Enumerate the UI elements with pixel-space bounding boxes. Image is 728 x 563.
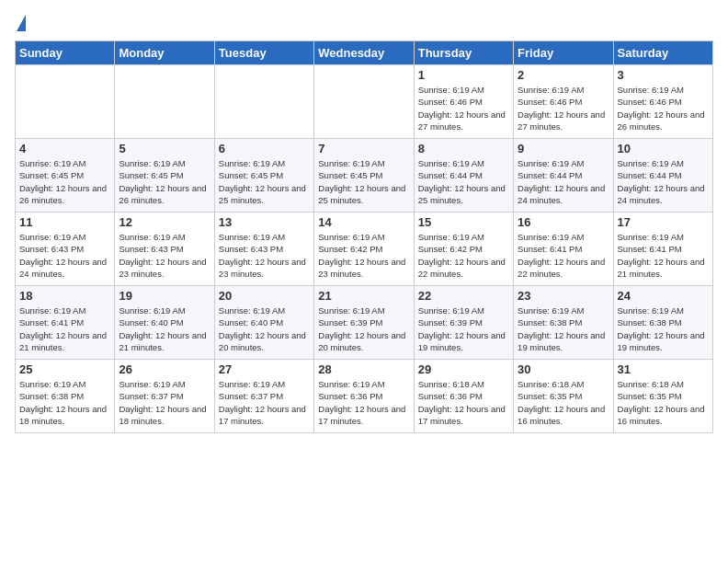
calendar-week-2: 4Sunrise: 6:19 AM Sunset: 6:45 PM Daylig…	[16, 139, 713, 213]
day-info: Sunrise: 6:19 AM Sunset: 6:43 PM Dayligh…	[219, 231, 310, 280]
calendar-day-cell: 3Sunrise: 6:19 AM Sunset: 6:46 PM Daylig…	[613, 65, 712, 139]
day-number: 16	[518, 215, 609, 229]
day-info: Sunrise: 6:19 AM Sunset: 6:40 PM Dayligh…	[219, 304, 310, 353]
calendar-day-cell: 20Sunrise: 6:19 AM Sunset: 6:40 PM Dayli…	[214, 286, 313, 360]
day-info: Sunrise: 6:19 AM Sunset: 6:43 PM Dayligh…	[19, 231, 110, 280]
logo-triangle-icon	[17, 15, 26, 31]
day-number: 3	[618, 68, 709, 82]
day-info: Sunrise: 6:19 AM Sunset: 6:44 PM Dayligh…	[418, 157, 509, 206]
calendar-week-4: 18Sunrise: 6:19 AM Sunset: 6:41 PM Dayli…	[16, 286, 713, 360]
calendar-day-cell: 13Sunrise: 6:19 AM Sunset: 6:43 PM Dayli…	[214, 213, 313, 286]
day-number: 28	[318, 362, 409, 376]
calendar-day-cell	[115, 65, 214, 139]
day-number: 8	[418, 142, 509, 155]
calendar-day-cell: 5Sunrise: 6:19 AM Sunset: 6:45 PM Daylig…	[115, 139, 214, 213]
calendar-day-cell: 1Sunrise: 6:19 AM Sunset: 6:46 PM Daylig…	[414, 65, 513, 139]
day-number: 4	[19, 142, 110, 155]
weekday-header-sunday: Sunday	[16, 41, 115, 65]
day-number: 25	[19, 362, 110, 376]
calendar-week-5: 25Sunrise: 6:19 AM Sunset: 6:38 PM Dayli…	[16, 360, 713, 433]
weekday-header-friday: Friday	[514, 41, 613, 65]
day-info: Sunrise: 6:19 AM Sunset: 6:40 PM Dayligh…	[119, 304, 210, 353]
day-info: Sunrise: 6:19 AM Sunset: 6:45 PM Dayligh…	[318, 157, 409, 206]
day-info: Sunrise: 6:19 AM Sunset: 6:45 PM Dayligh…	[19, 157, 110, 206]
day-number: 19	[119, 289, 210, 303]
day-number: 13	[219, 215, 310, 229]
day-info: Sunrise: 6:19 AM Sunset: 6:44 PM Dayligh…	[618, 157, 709, 206]
calendar-day-cell: 14Sunrise: 6:19 AM Sunset: 6:42 PM Dayli…	[314, 213, 414, 286]
day-number: 20	[219, 289, 310, 303]
calendar-day-cell: 10Sunrise: 6:19 AM Sunset: 6:44 PM Dayli…	[613, 139, 712, 213]
day-info: Sunrise: 6:19 AM Sunset: 6:46 PM Dayligh…	[518, 84, 609, 132]
day-number: 29	[418, 362, 509, 376]
day-info: Sunrise: 6:19 AM Sunset: 6:43 PM Dayligh…	[119, 231, 210, 280]
calendar-day-cell: 24Sunrise: 6:19 AM Sunset: 6:38 PM Dayli…	[613, 286, 712, 360]
day-number: 7	[318, 142, 409, 155]
calendar-day-cell: 11Sunrise: 6:19 AM Sunset: 6:43 PM Dayli…	[16, 213, 115, 286]
calendar-day-cell: 9Sunrise: 6:19 AM Sunset: 6:44 PM Daylig…	[514, 139, 613, 213]
day-info: Sunrise: 6:19 AM Sunset: 6:38 PM Dayligh…	[618, 304, 709, 353]
day-info: Sunrise: 6:19 AM Sunset: 6:37 PM Dayligh…	[219, 378, 310, 427]
calendar-day-cell: 2Sunrise: 6:19 AM Sunset: 6:46 PM Daylig…	[514, 65, 613, 139]
day-info: Sunrise: 6:19 AM Sunset: 6:42 PM Dayligh…	[318, 231, 409, 280]
calendar-day-cell: 29Sunrise: 6:18 AM Sunset: 6:36 PM Dayli…	[414, 360, 513, 433]
day-info: Sunrise: 6:19 AM Sunset: 6:39 PM Dayligh…	[418, 304, 509, 353]
day-number: 1	[418, 68, 509, 82]
calendar-day-cell: 12Sunrise: 6:19 AM Sunset: 6:43 PM Dayli…	[115, 213, 214, 286]
day-number: 23	[518, 289, 609, 303]
day-number: 9	[518, 142, 609, 155]
calendar-day-cell: 8Sunrise: 6:19 AM Sunset: 6:44 PM Daylig…	[414, 139, 513, 213]
day-info: Sunrise: 6:19 AM Sunset: 6:38 PM Dayligh…	[518, 304, 609, 353]
calendar-day-cell	[214, 65, 313, 139]
calendar-day-cell: 25Sunrise: 6:19 AM Sunset: 6:38 PM Dayli…	[16, 360, 115, 433]
calendar-day-cell: 18Sunrise: 6:19 AM Sunset: 6:41 PM Dayli…	[16, 286, 115, 360]
day-info: Sunrise: 6:19 AM Sunset: 6:39 PM Dayligh…	[318, 304, 409, 353]
day-number: 31	[618, 362, 709, 376]
calendar-day-cell: 21Sunrise: 6:19 AM Sunset: 6:39 PM Dayli…	[314, 286, 414, 360]
day-number: 30	[518, 362, 609, 376]
calendar-day-cell: 15Sunrise: 6:19 AM Sunset: 6:42 PM Dayli…	[414, 213, 513, 286]
calendar-day-cell: 30Sunrise: 6:18 AM Sunset: 6:35 PM Dayli…	[514, 360, 613, 433]
calendar-day-cell: 7Sunrise: 6:19 AM Sunset: 6:45 PM Daylig…	[314, 139, 414, 213]
calendar-day-cell: 31Sunrise: 6:18 AM Sunset: 6:35 PM Dayli…	[613, 360, 712, 433]
day-info: Sunrise: 6:19 AM Sunset: 6:37 PM Dayligh…	[119, 378, 210, 427]
day-number: 14	[318, 215, 409, 229]
day-number: 18	[19, 289, 110, 303]
day-info: Sunrise: 6:18 AM Sunset: 6:36 PM Dayligh…	[418, 378, 509, 427]
calendar-day-cell: 22Sunrise: 6:19 AM Sunset: 6:39 PM Dayli…	[414, 286, 513, 360]
calendar-day-cell	[314, 65, 414, 139]
day-info: Sunrise: 6:19 AM Sunset: 6:42 PM Dayligh…	[418, 231, 509, 280]
calendar-day-cell: 23Sunrise: 6:19 AM Sunset: 6:38 PM Dayli…	[514, 286, 613, 360]
day-number: 10	[618, 142, 709, 155]
day-number: 2	[518, 68, 609, 82]
day-info: Sunrise: 6:19 AM Sunset: 6:41 PM Dayligh…	[618, 231, 709, 280]
day-info: Sunrise: 6:19 AM Sunset: 6:45 PM Dayligh…	[219, 157, 310, 206]
weekday-header-monday: Monday	[115, 41, 214, 65]
calendar-week-3: 11Sunrise: 6:19 AM Sunset: 6:43 PM Dayli…	[16, 213, 713, 286]
day-number: 17	[618, 215, 709, 229]
calendar-day-cell	[16, 65, 115, 139]
day-info: Sunrise: 6:19 AM Sunset: 6:45 PM Dayligh…	[119, 157, 210, 206]
weekday-header-thursday: Thursday	[414, 41, 513, 65]
calendar-day-cell: 6Sunrise: 6:19 AM Sunset: 6:45 PM Daylig…	[214, 139, 313, 213]
day-number: 12	[119, 215, 210, 229]
day-info: Sunrise: 6:19 AM Sunset: 6:36 PM Dayligh…	[318, 378, 409, 427]
calendar-day-cell: 4Sunrise: 6:19 AM Sunset: 6:45 PM Daylig…	[16, 139, 115, 213]
day-info: Sunrise: 6:19 AM Sunset: 6:38 PM Dayligh…	[19, 378, 110, 427]
day-number: 27	[219, 362, 310, 376]
calendar-day-cell: 26Sunrise: 6:19 AM Sunset: 6:37 PM Dayli…	[115, 360, 214, 433]
calendar-day-cell: 28Sunrise: 6:19 AM Sunset: 6:36 PM Dayli…	[314, 360, 414, 433]
calendar-day-cell: 17Sunrise: 6:19 AM Sunset: 6:41 PM Dayli…	[613, 213, 712, 286]
day-info: Sunrise: 6:19 AM Sunset: 6:46 PM Dayligh…	[618, 84, 709, 132]
day-number: 24	[618, 289, 709, 303]
day-number: 21	[318, 289, 409, 303]
page-header	[15, 15, 713, 33]
day-info: Sunrise: 6:19 AM Sunset: 6:41 PM Dayligh…	[19, 304, 110, 353]
day-number: 22	[418, 289, 509, 303]
calendar-table: SundayMondayTuesdayWednesdayThursdayFrid…	[15, 40, 713, 433]
calendar-week-1: 1Sunrise: 6:19 AM Sunset: 6:46 PM Daylig…	[16, 65, 713, 139]
day-info: Sunrise: 6:19 AM Sunset: 6:41 PM Dayligh…	[518, 231, 609, 280]
calendar-header-row: SundayMondayTuesdayWednesdayThursdayFrid…	[16, 41, 713, 65]
calendar-day-cell: 19Sunrise: 6:19 AM Sunset: 6:40 PM Dayli…	[115, 286, 214, 360]
weekday-header-wednesday: Wednesday	[314, 41, 414, 65]
